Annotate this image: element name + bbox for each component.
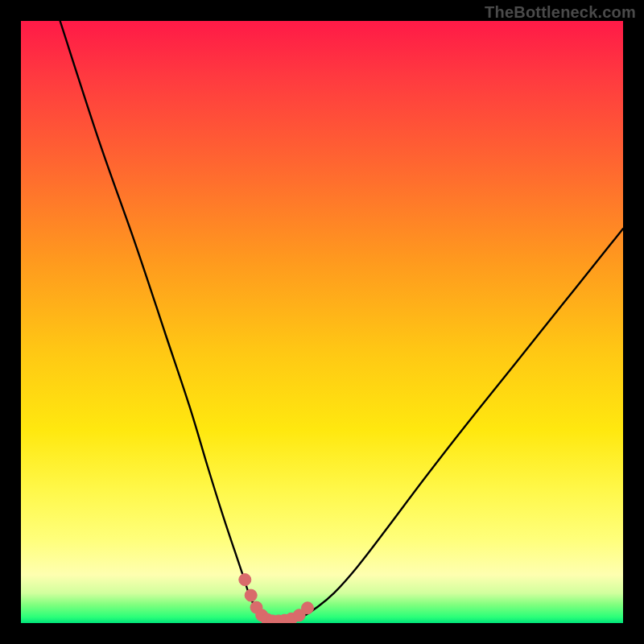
minimum-marker <box>245 589 257 601</box>
watermark-text: TheBottleneck.com <box>485 3 636 22</box>
plot-area <box>21 21 623 623</box>
chart-svg <box>21 21 623 623</box>
minimum-markers-group <box>239 574 314 623</box>
minimum-marker <box>302 602 314 614</box>
minimum-marker <box>239 574 251 586</box>
chart-frame: TheBottleneck.com <box>0 0 644 644</box>
bottleneck-curve <box>60 21 623 621</box>
